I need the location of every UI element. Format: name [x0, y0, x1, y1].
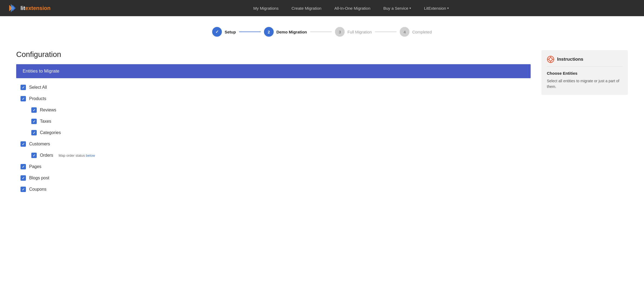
entity-categories: Categories	[21, 130, 531, 135]
entities-header: Entities to Migrate	[16, 64, 531, 78]
entity-products-label: Products	[29, 96, 46, 101]
nav-create-migration[interactable]: Create Migration	[292, 6, 321, 11]
map-order-link[interactable]: below	[86, 153, 95, 158]
logo-ext-text: extension	[25, 5, 50, 11]
nav-links: My Migrations Create Migration All-In-On…	[67, 6, 635, 11]
step-setup: ✓ Setup	[212, 27, 236, 37]
instructions-panel: Instructions Choose Entities Select all …	[541, 50, 628, 95]
connector-2	[310, 32, 332, 32]
entity-list: Select All Products Reviews Taxes	[16, 85, 531, 192]
content-layout: Configuration Entities to Migrate Select…	[16, 50, 628, 198]
config-panel: Configuration Entities to Migrate Select…	[16, 50, 531, 198]
step-demo: 2 Demo Migration	[264, 27, 307, 37]
checkbox-blogs[interactable]	[21, 175, 26, 181]
entity-blogs: Blogs post	[21, 175, 531, 181]
nav-my-migrations[interactable]: My Migrations	[253, 6, 279, 11]
buy-service-chevron: ▾	[409, 6, 411, 10]
map-order-note: Map order status below	[59, 153, 95, 158]
entity-reviews-label: Reviews	[40, 108, 56, 112]
entity-taxes-label: Taxes	[40, 119, 51, 124]
entity-select-all: Select All	[21, 85, 531, 90]
entity-coupons: Coupons	[21, 187, 531, 192]
stepper: ✓ Setup 2 Demo Migration 3 Full Migratio…	[16, 27, 628, 37]
entity-customers: Customers	[21, 141, 531, 147]
step-setup-circle: ✓	[212, 27, 222, 37]
checkbox-select-all[interactable]	[21, 85, 26, 90]
svg-point-4	[549, 58, 552, 61]
navbar: litextension My Migrations Create Migrat…	[0, 0, 644, 16]
step-full-circle: 3	[335, 27, 345, 37]
entity-reviews: Reviews	[21, 107, 531, 113]
instructions-sidebar: Instructions Choose Entities Select all …	[541, 50, 628, 95]
main-content: ✓ Setup 2 Demo Migration 3 Full Migratio…	[0, 16, 644, 308]
entity-orders: Orders Map order status below	[21, 153, 531, 158]
step-demo-circle: 2	[264, 27, 274, 37]
step-full-label: Full Migration	[347, 30, 372, 34]
instructions-subtitle: Choose Entities	[547, 71, 622, 76]
step-completed: 4 Completed	[400, 27, 432, 37]
entity-customers-label: Customers	[29, 142, 50, 146]
logo-lit-text: lit	[21, 5, 25, 11]
step-completed-circle: 4	[400, 27, 409, 37]
checkbox-taxes[interactable]	[31, 119, 37, 124]
step-setup-label: Setup	[225, 30, 236, 34]
instructions-header: Instructions	[547, 56, 622, 67]
logo[interactable]: litextension	[9, 3, 50, 13]
entity-taxes: Taxes	[21, 119, 531, 124]
checkbox-reviews[interactable]	[31, 107, 37, 113]
entity-pages-label: Pages	[29, 164, 41, 169]
connector-3	[375, 32, 396, 32]
entity-coupons-label: Coupons	[29, 187, 46, 192]
checkbox-products[interactable]	[21, 96, 26, 101]
entity-categories-label: Categories	[40, 130, 61, 135]
step-completed-label: Completed	[412, 30, 432, 34]
lifebuoy-icon	[547, 56, 554, 63]
entity-blogs-label: Blogs post	[29, 176, 49, 180]
entity-orders-label: Orders	[40, 153, 53, 158]
entity-products: Products	[21, 96, 531, 101]
connector-1	[239, 32, 261, 32]
checkbox-categories[interactable]	[31, 130, 37, 135]
instructions-title: Instructions	[557, 57, 583, 62]
checkbox-customers[interactable]	[21, 141, 26, 147]
checkbox-orders[interactable]	[31, 153, 37, 158]
nav-litextension[interactable]: LitExtension ▾	[424, 6, 449, 11]
litextension-chevron: ▾	[447, 6, 449, 10]
step-demo-label: Demo Migration	[276, 30, 307, 34]
step-full: 3 Full Migration	[335, 27, 372, 37]
checkbox-coupons[interactable]	[21, 187, 26, 192]
entity-select-all-label: Select All	[29, 85, 47, 90]
checkbox-pages[interactable]	[21, 164, 26, 169]
entity-pages: Pages	[21, 164, 531, 169]
instructions-body: Select all entities to migrate or just a…	[547, 78, 622, 90]
nav-buy-service[interactable]: Buy a Service ▾	[383, 6, 411, 11]
config-title: Configuration	[16, 50, 531, 59]
nav-all-in-one[interactable]: All-In-One Migration	[334, 6, 370, 11]
